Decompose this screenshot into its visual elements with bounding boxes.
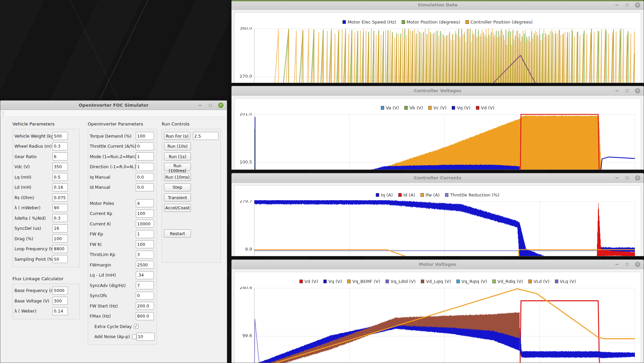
field-input[interactable] <box>136 271 154 279</box>
field-input[interactable] <box>52 234 68 243</box>
field-input[interactable] <box>52 193 68 202</box>
field-input[interactable] <box>136 183 154 191</box>
run-button-run-10ms-[interactable]: Run (10ms) <box>164 173 191 181</box>
field-input[interactable] <box>52 142 68 150</box>
checkbox[interactable] <box>132 334 136 339</box>
field-row: λ ( mWeber) <box>14 203 77 213</box>
field-label: SyncOfs <box>90 293 136 298</box>
field-label: SyncAdv (dig/Hz) <box>90 283 136 288</box>
field-row: Gear Ratio <box>14 151 77 162</box>
maximize-button[interactable] <box>625 88 630 94</box>
minimize-button[interactable] <box>614 175 619 181</box>
field-input[interactable] <box>136 163 154 171</box>
field-input[interactable] <box>52 204 68 212</box>
maximize-button[interactable] <box>625 175 630 181</box>
field-input[interactable] <box>136 210 154 218</box>
field-input[interactable] <box>52 287 68 295</box>
run-button-accel-coast[interactable]: Accel/Coast <box>164 204 191 212</box>
window-simulation-data: Simulation Data ✕ Motor Elec Speed (Hz)M… <box>231 0 644 83</box>
maximize-button[interactable] <box>625 262 630 267</box>
field-row: Rs (Ohm) <box>14 192 77 203</box>
field-input[interactable] <box>136 240 154 248</box>
close-button[interactable]: ✕ <box>635 262 640 267</box>
window-motor-voltages: Motor Voltages ✕ Vd (V)Vq (V)Vq_BEMF (V)… <box>231 259 644 363</box>
field-input[interactable] <box>136 220 154 228</box>
field-input[interactable] <box>136 132 154 140</box>
legend-label: Vq_LdId (V) <box>391 279 415 284</box>
field-input[interactable] <box>136 152 154 160</box>
field-input[interactable] <box>52 214 68 222</box>
openinverter-parameters-column: OpenInverter Parameters Torque Demand (%… <box>88 121 157 345</box>
field-input[interactable] <box>52 297 68 305</box>
legend-swatch-icon <box>299 280 303 283</box>
maximize-button[interactable] <box>208 103 213 108</box>
run-button-run-1s-[interactable]: Run (1s) <box>164 152 191 160</box>
checkbox-row: Extra Cycle Delay✓ <box>90 321 155 332</box>
minimize-button[interactable] <box>197 103 203 108</box>
field-input[interactable] <box>52 132 68 140</box>
close-button[interactable]: ✕ <box>635 88 640 94</box>
run-for-input[interactable] <box>193 132 218 140</box>
minimize-button[interactable] <box>614 262 619 267</box>
field-input[interactable] <box>52 255 68 263</box>
run-for-button[interactable]: Run For (s) <box>164 132 190 140</box>
field-input[interactable] <box>52 183 68 191</box>
legend-label: Vd_RdIq (V) <box>497 279 523 284</box>
field-input[interactable] <box>52 163 68 171</box>
field-input[interactable] <box>136 312 154 320</box>
close-button[interactable]: ✕ <box>635 2 640 8</box>
restart-button[interactable]: Restart <box>164 229 191 238</box>
run-controls-header: Run Controls <box>162 121 221 129</box>
field-input[interactable] <box>52 245 68 253</box>
run-button-run-100ms-[interactable]: Run (100ms) <box>164 163 191 171</box>
field-input[interactable] <box>136 173 154 181</box>
legend-label: Motor Position (degrees) <box>407 20 460 25</box>
checkbox-value-input[interactable] <box>136 333 155 341</box>
field-input[interactable] <box>136 251 154 259</box>
legend-item: Id (A) <box>398 192 415 197</box>
titlebar-controller-currents[interactable]: Controller Currents ✕ <box>232 173 644 183</box>
chart-legend: Motor Elec Speed (Hz)Motor Position (deg… <box>237 20 638 25</box>
legend-item: Vq_RqIq (V) <box>456 279 487 284</box>
field-label: FW Start (Hz) <box>90 303 136 308</box>
window-title: Controller Currents <box>232 175 644 180</box>
checkbox[interactable]: ✓ <box>134 324 138 329</box>
field-input[interactable] <box>136 230 154 238</box>
field-input[interactable] <box>136 292 154 300</box>
toolbar-grip-icon[interactable] <box>2 111 4 116</box>
field-input[interactable] <box>52 173 68 181</box>
field-label: Torque Demand (%) <box>90 134 136 139</box>
close-button[interactable]: ✕ <box>218 103 224 108</box>
titlebar-simulation-data[interactable]: Simulation Data ✕ <box>232 0 644 10</box>
run-controls-group: Run For (s)Run (10s)Run (1s)Run (100ms)R… <box>162 129 221 263</box>
field-input[interactable] <box>136 261 154 269</box>
legend-swatch-icon <box>398 193 402 197</box>
field-label: Lq - Ld (mH) <box>90 273 136 278</box>
legend-item: Throttle Reduction (%) <box>445 192 499 197</box>
field-input[interactable] <box>136 302 154 310</box>
legend-label: Va (V) <box>386 105 399 110</box>
field-input[interactable] <box>136 199 154 207</box>
minimize-button[interactable] <box>614 88 619 94</box>
close-button[interactable]: ✕ <box>635 175 640 181</box>
titlebar-controller-voltages[interactable]: Controller Voltages ✕ <box>232 86 644 96</box>
field-label: FWmargin <box>90 262 136 267</box>
titlebar-motor-voltages[interactable]: Motor Voltages ✕ <box>232 260 644 269</box>
maximize-button[interactable] <box>625 2 630 8</box>
field-row: Base Voltage (V) <box>14 296 77 306</box>
field-row: FWmargin <box>90 260 155 270</box>
field-input[interactable] <box>52 307 68 315</box>
legend-label: Vq (V) <box>457 105 470 110</box>
titlebar-foc-simulator[interactable]: OpenInverter FOC Simulator ✕ <box>0 101 227 110</box>
minimize-button[interactable] <box>614 2 619 8</box>
run-button-run-10s-[interactable]: Run (10s) <box>164 142 191 150</box>
legend-label: Motor Elec Speed (Hz) <box>348 20 396 25</box>
run-button-transient[interactable]: Transient <box>164 193 191 202</box>
field-input[interactable] <box>136 142 154 150</box>
field-input[interactable] <box>52 152 68 160</box>
run-for-row: Run For (s) <box>164 131 218 141</box>
run-button-step[interactable]: Step <box>164 183 191 191</box>
field-input[interactable] <box>52 224 68 232</box>
field-input[interactable] <box>136 281 154 289</box>
field-row: Drag (%) <box>14 233 77 244</box>
